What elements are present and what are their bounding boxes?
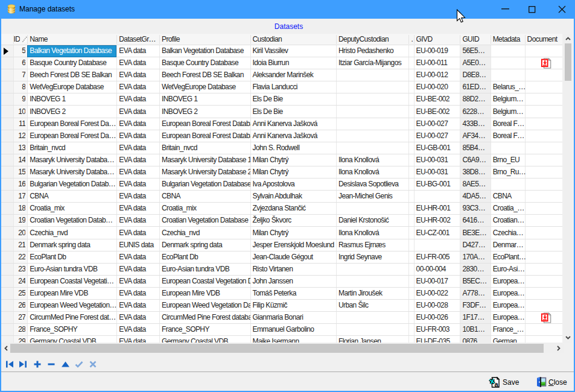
svg-text:a: a (495, 381, 499, 388)
